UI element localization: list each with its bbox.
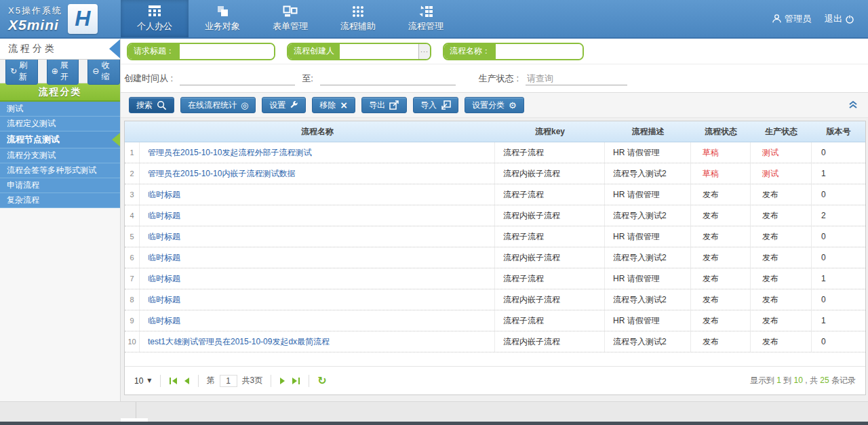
objects-icon [216,5,229,18]
tree-panel-title: 流程分类 [0,83,120,102]
row-index: 6 [125,247,140,268]
col-process-key: 流程key [495,126,605,138]
process-name-link[interactable]: 临时标题 [140,226,495,247]
export-button[interactable]: 导出 [361,97,407,113]
col-production-status: 生产状态 [751,126,812,138]
action-toolbar: 搜索 在线流程统计 ◎ 设置 移除 × 导出 导入 设置分类 ⚙ [121,93,868,118]
process-status-cell: 发布 [691,310,751,331]
set-category-button[interactable]: 设置分类 ⚙ [465,97,524,113]
sidebar-item[interactable]: 流程定义测试 [0,117,120,131]
first-page-button[interactable] [169,377,178,385]
prev-page-button[interactable] [182,377,190,385]
sidebar-item[interactable]: 申请流程 [0,178,120,193]
version-cell: 1 [812,268,865,289]
process-name-link[interactable]: test1大雄测试管理员在2015-10-09发起dx最简流程 [140,331,495,352]
remove-button[interactable]: 移除 × [312,97,355,113]
process-name-link[interactable]: 临时标题 [140,289,495,310]
logout-button[interactable]: 退出 [825,13,854,25]
table-row[interactable]: 7 临时标题 流程子流程 HR 请假管理 发布 发布 1 [125,268,865,289]
sidebar-item[interactable]: 流程会签等多种形式测试 [0,163,120,178]
created-from-input[interactable] [180,72,295,85]
left-sidebar: 流程分类 ↻ 刷新 ⊕ 展开 ⊖ 收缩 流程分类 测试 流程定义测试 流程节点测… [0,39,121,401]
tab-process-assist[interactable]: 流程辅助 [324,0,392,37]
process-name-link[interactable]: 临时标题 [140,310,495,331]
process-status-cell: 发布 [691,184,751,205]
process-name-link[interactable]: 管理员在2015-10-10内嵌子流程测试数据 [140,163,495,184]
process-key-cell: 流程内嵌子流程 [495,163,605,184]
sidebar-item[interactable]: 复杂流程 [0,193,120,208]
sidebar-collapse-arrow-icon[interactable] [109,39,120,58]
production-status-cell: 发布 [751,205,812,226]
process-creator-input[interactable] [340,44,418,59]
search-button[interactable]: 搜索 [129,97,174,113]
total-pages: 共3页 [242,375,263,386]
power-icon [845,13,854,25]
reload-grid-icon[interactable]: ↻ [317,374,326,387]
bottom-bar [0,422,868,425]
panel-collapse-icon[interactable] [848,100,859,113]
request-title-input[interactable] [180,44,274,59]
process-name-link[interactable]: 管理员在2015-10-10发起流程外部子流程测试 [140,142,495,163]
table-row[interactable]: 2 管理员在2015-10-10内嵌子流程测试数据 流程内嵌子流程 流程导入测试… [125,163,865,184]
app-logo: X5操作系统 X5mini H [0,0,121,37]
next-page-button[interactable] [279,377,287,385]
last-page-button[interactable] [292,377,300,385]
page-word: 第 [207,375,215,386]
gear-icon: ⚙ [509,101,517,110]
refresh-button[interactable]: ↻ 刷新 [5,58,38,85]
table-row[interactable]: 9 临时标题 流程子流程 HR 请假管理 发布 发布 1 [125,310,865,331]
creator-picker-button[interactable]: ··· [418,44,430,59]
col-process-status: 流程状态 [691,126,751,138]
import-button[interactable]: 导入 [413,97,458,113]
process-status-cell: 发布 [691,268,751,289]
tab-process-management[interactable]: 流程管理 [392,0,460,37]
sidebar-item[interactable]: 流程分支测试 [0,148,120,163]
version-cell: 0 [812,331,865,352]
page-number-input[interactable] [220,375,237,387]
logo-h-icon: H [68,4,98,34]
user-icon [772,13,782,25]
records-summary: 显示到 1 到 10 , 共 25 条记录 [750,375,856,386]
process-creator-field: 流程创建人 ··· [287,43,431,60]
table-row[interactable]: 6 临时标题 流程内嵌子流程 流程导入测试2 发布 发布 0 [125,247,865,268]
table-row[interactable]: 10 test1大雄测试管理员在2015-10-09发起dx最简流程 流程内嵌子… [125,331,865,352]
page-size-select[interactable]: 10 ▼ [134,376,152,386]
tab-business-objects[interactable]: 业务对象 [189,0,256,37]
sidebar-item[interactable]: 流程节点测试 [0,131,120,148]
created-to-label: 至: [302,73,313,85]
settings-button[interactable]: 设置 [262,97,306,113]
table-row[interactable]: 8 临时标题 流程内嵌子流程 流程导入测试2 发布 发布 0 [125,289,865,310]
process-name-link[interactable]: 临时标题 [140,268,495,289]
version-cell: 0 [812,226,865,247]
process-status-cell: 发布 [691,289,751,310]
sidebar-item[interactable]: 测试 [0,102,120,117]
process-name-link[interactable]: 临时标题 [140,247,495,268]
tab-form-management[interactable]: 表单管理 [256,0,324,37]
top-navbar: X5操作系统 X5mini H 个人办公 业务对象 表单管理 流程辅助 流程管理… [0,0,868,39]
flow-icon [419,5,433,18]
process-name-link[interactable]: 临时标题 [140,184,495,205]
collapse-button[interactable]: ⊖ 收缩 [87,58,120,85]
stats-icon: ◎ [241,101,248,110]
table-row[interactable]: 5 临时标题 流程子流程 HR 请假管理 发布 发布 0 [125,226,865,247]
chevron-down-icon: ▼ [147,378,151,384]
app-subtitle: X5mini [8,17,62,33]
production-status-input[interactable] [526,72,627,85]
process-desc-cell: HR 请假管理 [605,142,691,163]
search-filter-row: 请求标题： 流程创建人 ··· 流程名称： [121,39,868,64]
process-key-cell: 流程内嵌子流程 [495,205,605,226]
table-body: 1 管理员在2015-10-10发起流程外部子流程测试 流程子流程 HR 请假管… [125,142,865,352]
process-name-link[interactable]: 临时标题 [140,205,495,226]
process-status-cell: 发布 [691,226,751,247]
current-user[interactable]: 管理员 [772,13,811,25]
table-row[interactable]: 1 管理员在2015-10-10发起流程外部子流程测试 流程子流程 HR 请假管… [125,142,865,163]
process-name-input[interactable] [496,44,583,59]
production-status-cell: 测试 [751,142,812,163]
created-to-input[interactable] [320,72,456,85]
online-process-stats-button[interactable]: 在线流程统计 ◎ [180,97,256,113]
table-row[interactable]: 4 临时标题 流程内嵌子流程 流程导入测试2 发布 发布 2 [125,205,865,226]
table-row[interactable]: 3 临时标题 流程子流程 HR 请假管理 发布 发布 0 [125,184,865,205]
expand-button[interactable]: ⊕ 展开 [47,58,79,85]
tab-personal-office[interactable]: 个人办公 [121,0,189,37]
col-process-name: 流程名称 [140,126,495,138]
